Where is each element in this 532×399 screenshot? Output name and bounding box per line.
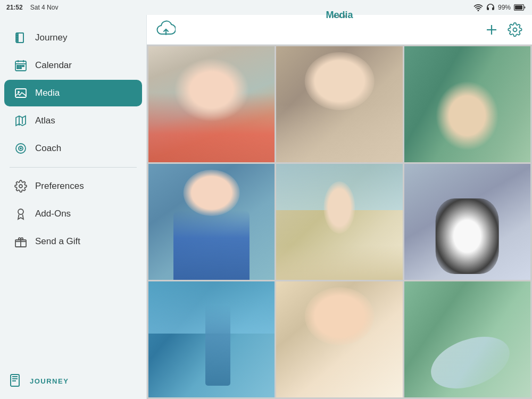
photo-2 bbox=[276, 46, 402, 162]
sidebar-item-calendar[interactable]: Calendar bbox=[4, 52, 142, 79]
calendar-icon bbox=[14, 59, 28, 72]
sidebar-item-preferences[interactable]: Preferences bbox=[4, 173, 142, 200]
sidebar-item-sendgift[interactable]: Send a Gift bbox=[4, 228, 142, 255]
svg-point-19 bbox=[20, 148, 21, 149]
sidebar-footer: JOURNEY bbox=[0, 367, 146, 395]
photo-5 bbox=[276, 164, 402, 280]
battery-percent: 99% bbox=[498, 4, 511, 11]
header: Media bbox=[147, 15, 532, 45]
sidebar-label-journey: Journey bbox=[35, 32, 67, 43]
sidebar-divider bbox=[10, 167, 137, 168]
settings-gear-icon[interactable] bbox=[508, 22, 522, 37]
sidebar-footer-label: JOURNEY bbox=[30, 377, 69, 385]
sidebar-label-sendgift: Send a Gift bbox=[35, 236, 80, 247]
photo-7 bbox=[148, 281, 275, 397]
photo-cell-7[interactable] bbox=[148, 281, 275, 397]
svg-rect-1 bbox=[515, 5, 522, 10]
svg-rect-13 bbox=[15, 89, 26, 97]
preferences-gear-icon bbox=[14, 179, 28, 193]
photo-4 bbox=[148, 164, 275, 280]
journey-logo-icon bbox=[10, 373, 24, 388]
sidebar-label-media: Media bbox=[35, 88, 60, 98]
sidebar-label-coach: Coach bbox=[35, 143, 61, 154]
svg-rect-24 bbox=[12, 376, 18, 377]
photo-cell-1[interactable] bbox=[148, 46, 275, 162]
svg-point-14 bbox=[18, 91, 20, 93]
content-area: Media bbox=[147, 15, 532, 399]
svg-rect-26 bbox=[12, 380, 16, 381]
sidebar-label-preferences: Preferences bbox=[35, 181, 84, 192]
svg-rect-25 bbox=[12, 378, 18, 379]
svg-point-29 bbox=[513, 28, 517, 31]
status-date: Sat 4 Nov bbox=[30, 4, 59, 11]
cloud-icon[interactable] bbox=[156, 20, 176, 39]
gift-icon bbox=[14, 235, 28, 248]
svg-rect-8 bbox=[17, 65, 19, 66]
header-title: Media bbox=[326, 15, 353, 21]
sidebar: Journey Calen bbox=[0, 15, 147, 399]
photo-cell-3[interactable] bbox=[404, 46, 530, 162]
status-icons: 99% bbox=[473, 3, 526, 12]
sidebar-label-calendar: Calendar bbox=[35, 60, 72, 71]
svg-point-21 bbox=[18, 209, 23, 214]
photo-cell-4[interactable] bbox=[148, 164, 275, 280]
status-bar: 21:52 Sat 4 Nov 99% bbox=[0, 0, 532, 15]
sidebar-item-journey[interactable]: Journey bbox=[4, 24, 142, 51]
sidebar-label-addons: Add-Ons bbox=[35, 209, 71, 219]
app-container: Journey Calen bbox=[0, 15, 532, 399]
sidebar-item-atlas[interactable]: Atlas bbox=[4, 107, 142, 134]
battery-icon bbox=[514, 4, 526, 11]
svg-rect-12 bbox=[20, 68, 21, 69]
ribbon-icon bbox=[14, 207, 28, 221]
header-right bbox=[484, 22, 522, 37]
sidebar-label-atlas: Atlas bbox=[35, 115, 55, 126]
book-icon bbox=[14, 31, 28, 45]
svg-rect-9 bbox=[20, 65, 21, 66]
sidebar-nav: Journey Calen bbox=[0, 19, 146, 367]
headphones-icon bbox=[486, 3, 495, 12]
photo-9 bbox=[404, 281, 530, 397]
photo-cell-2[interactable] bbox=[276, 46, 402, 162]
svg-point-20 bbox=[19, 185, 22, 188]
wifi-icon bbox=[473, 4, 483, 11]
photo-6 bbox=[404, 164, 530, 280]
sidebar-item-addons[interactable]: Add-Ons bbox=[4, 201, 142, 227]
media-icon bbox=[14, 86, 28, 100]
header-left bbox=[156, 20, 176, 39]
photo-cell-8[interactable] bbox=[276, 281, 402, 397]
photo-cell-5[interactable] bbox=[276, 164, 402, 280]
sidebar-item-coach[interactable]: Coach bbox=[4, 135, 142, 162]
header-title-container: Media bbox=[326, 15, 353, 30]
photo-3 bbox=[404, 46, 530, 162]
svg-rect-11 bbox=[17, 68, 19, 69]
svg-rect-10 bbox=[22, 65, 24, 66]
photo-grid bbox=[147, 45, 532, 399]
status-time: 21:52 bbox=[6, 4, 23, 11]
atlas-icon bbox=[14, 114, 28, 128]
photo-1 bbox=[148, 46, 275, 162]
sidebar-item-media[interactable]: Media bbox=[4, 80, 142, 106]
add-button[interactable] bbox=[484, 22, 499, 37]
photo-8 bbox=[276, 281, 402, 397]
photo-cell-9[interactable] bbox=[404, 281, 530, 397]
coach-icon bbox=[14, 142, 28, 155]
photo-cell-6[interactable] bbox=[404, 164, 530, 280]
